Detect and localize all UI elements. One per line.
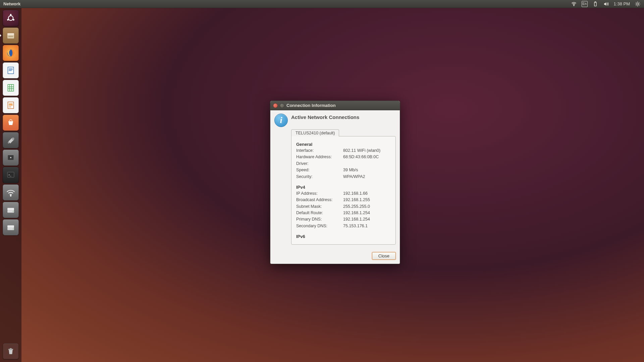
svg-rect-15 <box>9 70 12 71</box>
svg-rect-37 <box>8 349 13 350</box>
network-indicator-icon[interactable] <box>571 1 577 7</box>
svg-point-36 <box>13 229 13 229</box>
terminal-icon[interactable]: >_ <box>3 167 19 183</box>
svg-point-24 <box>12 137 14 140</box>
svg-point-7 <box>7 19 9 20</box>
window-close-button[interactable] <box>273 103 278 108</box>
info-icon: i <box>274 114 288 127</box>
external-drive-icon[interactable] <box>3 149 19 166</box>
value-ip: 192.168.1.66 <box>343 190 391 197</box>
calc-icon[interactable] <box>3 80 19 96</box>
trash-icon[interactable] <box>3 343 19 359</box>
svg-point-33 <box>13 211 13 212</box>
dialog-content: i Active Network Connections TELUS2410 (… <box>270 110 400 249</box>
writer-icon[interactable] <box>3 62 19 78</box>
label-hwaddr: Hardware Address: <box>296 154 343 160</box>
svg-point-0 <box>574 5 574 6</box>
value-interface: 802.11 WiFi (wlan0) <box>343 147 391 154</box>
value-speed: 39 Mb/s <box>343 167 391 173</box>
section-general: General <box>296 142 391 147</box>
clock-indicator[interactable]: 1:38 PM <box>614 1 630 6</box>
label-dns2: Secondary DNS: <box>296 223 343 229</box>
label-bcast: Broadcast Address: <box>296 197 343 203</box>
system-tray: En 1:38 PM <box>568 0 644 8</box>
label-interface: Interface: <box>296 147 343 154</box>
battery-indicator-icon[interactable] <box>592 1 598 7</box>
section-ipv6: IPv6 <box>296 234 391 239</box>
firefox-icon[interactable] <box>3 45 19 61</box>
svg-rect-23 <box>9 107 11 107</box>
sound-indicator-icon[interactable] <box>603 1 609 7</box>
active-app-indicator[interactable]: Network <box>0 1 24 6</box>
unity-launcher: >_ <box>0 8 21 362</box>
software-center-icon[interactable] <box>3 115 19 131</box>
svg-rect-14 <box>9 69 12 70</box>
svg-rect-2 <box>595 2 596 2</box>
settings-icon[interactable] <box>3 132 19 148</box>
value-driver <box>343 161 391 167</box>
dialog-heading: Active Network Connections <box>291 114 359 120</box>
label-mask: Subnet Mask: <box>296 203 343 210</box>
svg-point-3 <box>637 3 639 5</box>
svg-point-6 <box>13 19 14 20</box>
svg-rect-9 <box>7 35 14 39</box>
svg-point-27 <box>10 157 11 158</box>
svg-rect-22 <box>9 103 12 106</box>
value-route: 192.168.1.254 <box>343 210 391 216</box>
label-security: Security: <box>296 174 343 180</box>
label-dns1: Primary DNS: <box>296 216 343 223</box>
impress-icon[interactable] <box>3 97 19 113</box>
window-minimize-button[interactable] <box>280 103 284 108</box>
svg-rect-35 <box>7 225 14 228</box>
value-dns2: 75.153.176.1 <box>343 223 391 229</box>
dash-icon[interactable] <box>3 10 19 26</box>
label-driver: Driver: <box>296 161 343 167</box>
mounted-drive-icon[interactable] <box>3 219 19 235</box>
value-mask: 255.255.255.0 <box>343 203 391 210</box>
svg-rect-32 <box>7 208 14 210</box>
label-speed: Speed: <box>296 167 343 173</box>
value-security: WPA/WPA2 <box>343 174 391 180</box>
connection-tabs: TELUS2410 (default) General Interface:80… <box>291 129 396 245</box>
svg-rect-38 <box>10 348 12 349</box>
value-bcast: 192.168.1.255 <box>343 197 391 203</box>
svg-rect-16 <box>8 84 14 91</box>
svg-point-4 <box>8 16 13 20</box>
dialog-button-row: Close <box>270 249 400 264</box>
svg-text:>_: >_ <box>8 173 12 176</box>
top-panel: Network En 1:38 PM <box>0 0 644 8</box>
wifi-settings-icon[interactable] <box>3 184 19 200</box>
session-indicator-icon[interactable] <box>635 1 641 7</box>
section-ipv4: IPv4 <box>296 185 391 190</box>
label-route: Default Route: <box>296 210 343 216</box>
dialog-title: Connection Information <box>286 103 336 108</box>
connection-information-dialog: Connection Information i Active Network … <box>270 101 400 264</box>
svg-point-5 <box>10 14 12 16</box>
close-button[interactable]: Close <box>372 252 396 260</box>
mounted-drive-icon[interactable] <box>3 202 19 218</box>
tab-panel: General Interface:802.11 WiFi (wlan0) Ha… <box>291 136 396 245</box>
label-ip: IP Address: <box>296 190 343 197</box>
svg-rect-13 <box>9 68 12 69</box>
svg-rect-10 <box>8 36 13 37</box>
files-icon[interactable] <box>3 27 19 44</box>
value-dns1: 192.168.1.254 <box>343 216 391 223</box>
tab-connection[interactable]: TELUS2410 (default) <box>291 129 339 136</box>
svg-point-30 <box>10 195 11 196</box>
keyboard-layout-indicator[interactable]: En <box>582 1 588 7</box>
dialog-titlebar[interactable]: Connection Information <box>270 101 400 110</box>
value-hwaddr: 68:5D:43:66:0B:0C <box>343 154 391 160</box>
svg-rect-1 <box>594 2 596 6</box>
